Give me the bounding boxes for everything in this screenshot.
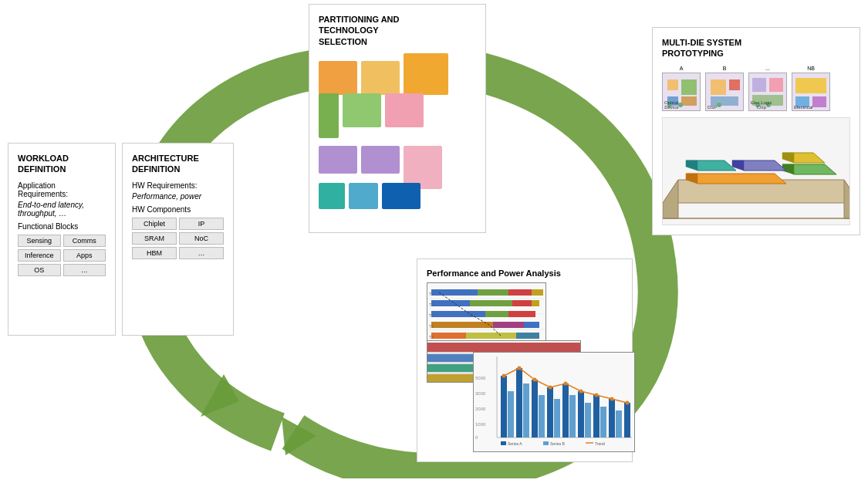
workload-app-req-label: ApplicationRequirements: bbox=[18, 181, 106, 198]
svg-point-83 bbox=[579, 390, 583, 394]
block-ellipsis-workload: … bbox=[63, 264, 106, 276]
svg-point-78 bbox=[502, 374, 506, 378]
svg-rect-24 bbox=[532, 289, 543, 296]
svg-rect-71 bbox=[578, 391, 584, 438]
svg-rect-75 bbox=[609, 399, 615, 438]
partitioning-title: PARTITIONING ANDTECHNOLOGYSELECTION bbox=[319, 14, 476, 47]
tile-blue2 bbox=[382, 183, 420, 209]
svg-rect-64 bbox=[523, 383, 529, 438]
chip-diagram-a: A OpticalDevice bbox=[662, 66, 701, 111]
svg-rect-73 bbox=[593, 395, 599, 438]
svg-rect-72 bbox=[585, 403, 591, 438]
svg-rect-22 bbox=[478, 289, 508, 296]
svg-rect-68 bbox=[554, 399, 560, 438]
svg-rect-69 bbox=[562, 383, 569, 438]
workload-func-blocks-label: Functional Blocks bbox=[18, 222, 106, 231]
arch-hw-req-label: HW Requirements: bbox=[132, 181, 224, 190]
block-sensing: Sensing bbox=[18, 235, 61, 247]
svg-rect-76 bbox=[616, 410, 622, 438]
tile-teal1 bbox=[319, 183, 345, 209]
svg-rect-36 bbox=[466, 333, 516, 339]
svg-rect-27 bbox=[512, 300, 532, 306]
svg-rect-74 bbox=[600, 407, 606, 438]
svg-rect-66 bbox=[539, 395, 545, 438]
svg-text:Series A: Series A bbox=[508, 441, 522, 446]
svg-text:5000: 5000 bbox=[475, 376, 486, 380]
svg-rect-61 bbox=[501, 376, 507, 438]
tile-orange2 bbox=[361, 61, 400, 95]
block-comms: Comms bbox=[63, 235, 106, 247]
block-inference: Inference bbox=[18, 249, 61, 262]
svg-marker-15 bbox=[782, 153, 794, 163]
chip-diagram-c: ... Elec LogicChip bbox=[748, 66, 787, 111]
performance-card: Performance and Power Analysis bbox=[417, 258, 633, 462]
arch-hw-comp-label: HW Components bbox=[132, 205, 224, 214]
svg-rect-67 bbox=[547, 387, 553, 438]
svg-rect-21 bbox=[431, 289, 478, 296]
workload-blocks-grid: Sensing Comms Inference Apps OS … bbox=[18, 235, 106, 276]
tile-green1 bbox=[319, 93, 339, 138]
perf-chart-bottom: 5000 3000 2000 1000 0 Series A Series B … bbox=[473, 352, 635, 452]
partitioning-tiles bbox=[319, 53, 476, 223]
svg-rect-94 bbox=[543, 441, 549, 445]
svg-rect-25 bbox=[431, 300, 470, 306]
svg-rect-92 bbox=[501, 441, 506, 445]
svg-rect-29 bbox=[431, 311, 485, 317]
svg-point-82 bbox=[564, 382, 568, 386]
svg-point-81 bbox=[549, 386, 552, 390]
svg-point-79 bbox=[518, 367, 522, 370]
performance-charts: T1 T2 T3 T4 T5 bbox=[427, 282, 623, 452]
svg-text:T4: T4 bbox=[429, 324, 434, 329]
svg-rect-33 bbox=[493, 322, 524, 328]
svg-marker-4 bbox=[844, 180, 850, 218]
svg-text:T2: T2 bbox=[429, 302, 434, 307]
svg-rect-77 bbox=[624, 403, 630, 438]
chip-diagram-d: NB Electrical bbox=[792, 66, 830, 111]
arch-blocks-grid: Chiplet IP SRAM NoC HBM … bbox=[132, 218, 224, 259]
block-apps: Apps bbox=[63, 249, 106, 262]
chip-diagram-b: B DSP bbox=[705, 66, 744, 111]
svg-point-84 bbox=[595, 394, 599, 397]
architecture-definition-card: ARCHITECTUREDEFINITION HW Requirements: … bbox=[122, 143, 234, 336]
svg-point-86 bbox=[626, 401, 630, 405]
tile-blue1 bbox=[349, 183, 378, 209]
svg-point-80 bbox=[533, 378, 537, 382]
tile-purple1 bbox=[319, 146, 357, 174]
svg-rect-32 bbox=[431, 322, 493, 328]
svg-rect-31 bbox=[508, 311, 535, 317]
svg-marker-6 bbox=[686, 174, 786, 184]
svg-rect-44 bbox=[427, 343, 581, 352]
svg-rect-37 bbox=[516, 333, 539, 339]
svg-rect-65 bbox=[532, 380, 538, 438]
svg-text:T3: T3 bbox=[429, 313, 434, 318]
block-hbm: HBM bbox=[132, 247, 177, 259]
svg-rect-46 bbox=[427, 354, 474, 362]
multidie-title: MULTI-DIE SYSTEMPROTOTYPING bbox=[662, 37, 850, 59]
svg-marker-3 bbox=[663, 180, 678, 218]
partitioning-card: PARTITIONING ANDTECHNOLOGYSELECTION bbox=[309, 4, 486, 233]
svg-rect-62 bbox=[508, 391, 514, 438]
tile-orange3 bbox=[404, 53, 448, 95]
block-sram: SRAM bbox=[132, 232, 177, 245]
svg-marker-11 bbox=[686, 160, 697, 171]
multidie-top-diagrams: A OpticalDevice B DSP .. bbox=[662, 66, 850, 111]
svg-text:T1: T1 bbox=[429, 292, 434, 296]
svg-text:Trend: Trend bbox=[595, 441, 605, 446]
svg-rect-70 bbox=[569, 395, 576, 438]
svg-point-85 bbox=[610, 397, 614, 401]
block-chiplet: Chiplet bbox=[132, 218, 177, 230]
svg-text:T5: T5 bbox=[429, 335, 434, 340]
svg-text:Series B: Series B bbox=[550, 441, 566, 446]
arch-title: ARCHITECTUREDEFINITION bbox=[132, 153, 224, 175]
workload-app-req-detail: End-to-end latency,throughput, … bbox=[18, 201, 106, 218]
svg-rect-23 bbox=[508, 289, 532, 296]
block-os: OS bbox=[18, 264, 61, 276]
block-ellipsis-arch: … bbox=[179, 247, 224, 259]
multidie-package-diagram bbox=[662, 117, 850, 225]
svg-text:1000: 1000 bbox=[475, 422, 486, 427]
svg-rect-34 bbox=[524, 322, 539, 328]
svg-text:3000: 3000 bbox=[475, 391, 486, 396]
tile-green2 bbox=[343, 93, 381, 127]
block-noc: NoC bbox=[179, 232, 224, 245]
performance-title: Performance and Power Analysis bbox=[427, 269, 623, 278]
